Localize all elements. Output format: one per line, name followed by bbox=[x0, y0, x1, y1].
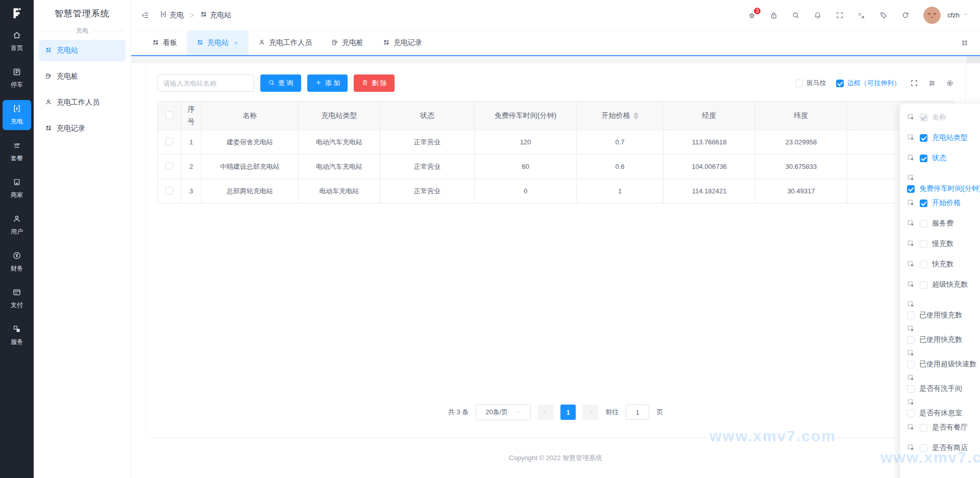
sidebar-item-charging[interactable]: 充电 bbox=[3, 100, 31, 130]
breadcrumb-separator: > bbox=[190, 11, 194, 19]
column-toggle-checkbox[interactable]: 已使用超级快速数 bbox=[907, 360, 976, 369]
drag-handle-icon[interactable] bbox=[907, 444, 915, 452]
avatar[interactable] bbox=[923, 7, 941, 24]
translate-icon[interactable] bbox=[857, 11, 866, 19]
tag-icon[interactable] bbox=[879, 11, 888, 19]
column-toggle-checkbox[interactable]: 免费停车时间(分钟) bbox=[907, 184, 980, 193]
goto-page-input[interactable] bbox=[626, 405, 649, 420]
drag-handle-icon[interactable] bbox=[907, 113, 915, 121]
submenu-item-charging-staff[interactable]: 充电工作人员 bbox=[39, 92, 126, 113]
tab-charging-pile[interactable]: 充电桩 bbox=[322, 31, 373, 55]
submenu-item-charging-records[interactable]: 充电记录 bbox=[39, 118, 126, 139]
row-checkbox[interactable] bbox=[165, 138, 173, 145]
submenu-section-label: 充电 bbox=[40, 27, 125, 35]
column-settings-gear-icon[interactable] bbox=[946, 79, 954, 87]
delete-button[interactable]: 删 除 bbox=[354, 74, 395, 92]
sidebar-item-users[interactable]: 用户 bbox=[3, 210, 31, 240]
column-toggle-item: 是否有餐厅 bbox=[907, 423, 980, 432]
sidebar-item-finance[interactable]: 财务 bbox=[3, 247, 31, 277]
refresh-icon[interactable] bbox=[901, 11, 910, 19]
drag-handle-icon[interactable] bbox=[907, 199, 915, 207]
table-fullscreen-icon[interactable] bbox=[910, 79, 918, 87]
column-toggle-checkbox[interactable]: 是否有餐厅 bbox=[920, 423, 968, 432]
column-toggle-checkbox[interactable]: 充电站类型 bbox=[920, 133, 968, 142]
drag-handle-icon[interactable] bbox=[907, 374, 915, 382]
drag-handle-icon[interactable] bbox=[907, 174, 915, 182]
drag-handle-icon[interactable] bbox=[907, 281, 915, 289]
table-row: 1建委宿舍充电站电动汽车充电站正常营业1200.7113.76861823.02… bbox=[158, 130, 954, 155]
table-cell: 30.49317 bbox=[755, 179, 847, 204]
close-icon[interactable] bbox=[233, 40, 239, 46]
column-toggle-label: 名称 bbox=[932, 113, 946, 122]
submenu-item-charging-pile[interactable]: 充电桩 bbox=[39, 66, 126, 87]
drag-handle-icon[interactable] bbox=[907, 325, 915, 333]
column-toggle-checkbox[interactable]: 快充数 bbox=[920, 260, 953, 269]
search-input[interactable] bbox=[157, 74, 254, 92]
sidebar-item-service[interactable]: 服务 bbox=[3, 320, 31, 350]
page-size-select[interactable]: 20条/页 bbox=[476, 404, 531, 420]
user-menu[interactable]: cfzh bbox=[947, 11, 969, 19]
row-checkbox[interactable] bbox=[165, 187, 173, 194]
column-toggle-item: 快充数 bbox=[907, 260, 980, 269]
column-toggle-checkbox[interactable]: 已使用慢充数 bbox=[907, 311, 962, 320]
breadcrumb-item-charging-station[interactable]: 充电站 bbox=[200, 11, 231, 20]
sidebar-item-payment[interactable]: 支付 bbox=[3, 284, 31, 314]
bell-icon[interactable] bbox=[814, 11, 822, 19]
drag-handle-icon[interactable] bbox=[907, 240, 915, 248]
sort-settings-icon[interactable] bbox=[928, 79, 936, 87]
column-toggle-checkbox[interactable]: 超级快充数 bbox=[920, 280, 968, 289]
column-toggle-checkbox[interactable]: 已使用快充数 bbox=[907, 335, 962, 344]
tab-charging-records[interactable]: 充电记录 bbox=[373, 31, 432, 55]
breadcrumb-item-charging[interactable]: 充电 bbox=[160, 11, 184, 20]
column-toggle-checkbox[interactable]: 慢充数 bbox=[920, 239, 953, 248]
next-page-button[interactable] bbox=[583, 405, 598, 420]
drag-handle-icon[interactable] bbox=[907, 398, 915, 407]
column-toggle-checkbox[interactable]: 是否有洗手间 bbox=[907, 384, 962, 393]
column-toggle-checkbox[interactable]: 状态 bbox=[920, 154, 946, 163]
add-button[interactable]: 添 加 bbox=[307, 74, 348, 92]
column-toggle-item: 充电站类型 bbox=[907, 133, 980, 142]
column-toggle-checkbox[interactable]: 服务费 bbox=[920, 219, 953, 228]
tab-charging-station[interactable]: 充电站 bbox=[187, 31, 249, 55]
column-toggle-checkbox[interactable]: 是否有商店 bbox=[920, 443, 968, 452]
tab-options-icon[interactable] bbox=[961, 31, 980, 55]
column-toggle-checkbox[interactable]: 开始价格 bbox=[920, 198, 961, 208]
sort-caret-icon[interactable] bbox=[633, 112, 639, 119]
query-button[interactable]: 查 询 bbox=[260, 74, 301, 92]
sidebar-item-label: 充电 bbox=[11, 117, 23, 126]
sidebar-item-packages[interactable]: 套餐 bbox=[3, 137, 31, 167]
lock-icon[interactable] bbox=[770, 11, 778, 19]
select-all-checkbox[interactable] bbox=[165, 111, 173, 119]
tab-dashboard[interactable]: 看板 bbox=[142, 31, 187, 55]
drag-handle-icon[interactable] bbox=[907, 154, 915, 162]
column-toggle-checkbox[interactable]: 名称 bbox=[920, 113, 946, 122]
zebra-toggle[interactable]: 斑马纹 bbox=[795, 79, 826, 88]
tab-charging-staff[interactable]: 充电工作人员 bbox=[249, 31, 322, 55]
sidebar-item-parking[interactable]: 停车 bbox=[3, 63, 31, 93]
drag-handle-icon[interactable] bbox=[907, 260, 915, 268]
column-toggle-label: 快充数 bbox=[932, 260, 953, 269]
sidebar-item-merchants[interactable]: 商家 bbox=[3, 173, 31, 204]
checkbox-icon bbox=[907, 385, 915, 393]
person-icon bbox=[258, 39, 265, 47]
drag-handle-icon[interactable] bbox=[907, 349, 915, 358]
sidebar-item-home[interactable]: 首页 bbox=[3, 27, 31, 57]
charge-icon bbox=[160, 11, 167, 19]
row-checkbox[interactable] bbox=[165, 162, 173, 170]
fullscreen-icon[interactable] bbox=[836, 11, 844, 19]
column-header[interactable]: 开始价格 bbox=[577, 102, 664, 130]
drag-handle-icon[interactable] bbox=[907, 423, 915, 432]
collapse-sidebar-icon[interactable] bbox=[141, 11, 150, 19]
search-icon[interactable] bbox=[792, 11, 800, 19]
submenu-item-charging-station[interactable]: 充电站 bbox=[39, 40, 126, 61]
grid-icon bbox=[197, 39, 204, 47]
drag-handle-icon[interactable] bbox=[907, 219, 915, 228]
current-page-button[interactable]: 1 bbox=[560, 405, 576, 420]
column-toggle-checkbox[interactable]: 是否有休息室 bbox=[907, 409, 962, 418]
drag-handle-icon[interactable] bbox=[907, 300, 915, 309]
drag-handle-icon[interactable] bbox=[907, 134, 915, 142]
prev-page-button[interactable] bbox=[538, 405, 553, 420]
column-toggle-label: 充电站类型 bbox=[932, 133, 968, 142]
bug-icon[interactable]: 3 bbox=[748, 11, 756, 19]
border-toggle[interactable]: 边框（可拉伸列） bbox=[836, 79, 900, 88]
